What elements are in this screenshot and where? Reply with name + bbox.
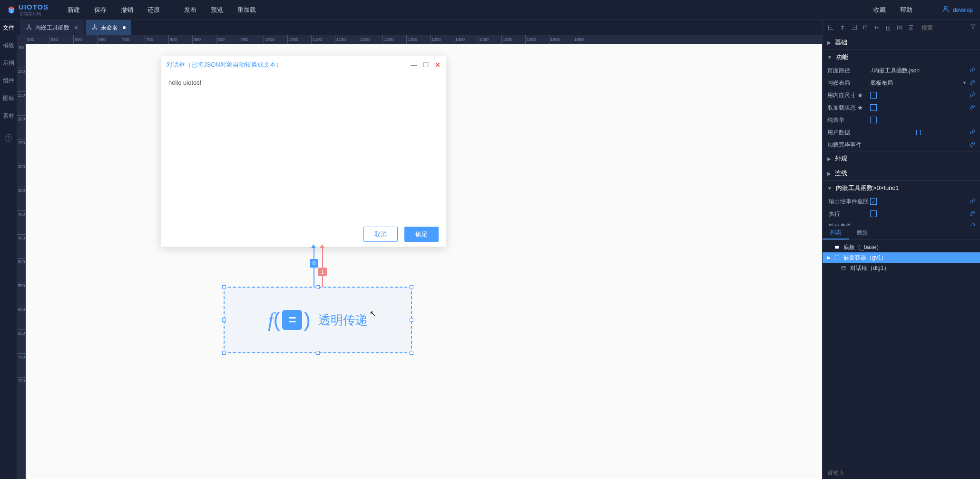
align-top-icon[interactable] [861, 23, 870, 32]
use-embed-size-checkbox[interactable] [870, 92, 877, 99]
chevron-right-icon[interactable]: ▶ [827, 255, 834, 260]
distribute-h-icon[interactable] [895, 23, 904, 32]
user-data-value[interactable]: [] [915, 129, 922, 136]
link-icon[interactable] [970, 210, 975, 218]
connector-badge-1[interactable]: 1 [318, 268, 327, 276]
hierarchy-icon [26, 24, 32, 32]
section-connection[interactable]: ▶ 连线 [823, 166, 980, 180]
ruler-tick: 550 [49, 35, 73, 44]
prop-execute: .执行 [823, 208, 980, 220]
user-badge[interactable]: develop [941, 5, 973, 15]
menu-preview[interactable]: 预览 [211, 6, 223, 14]
sidebar-item-example[interactable]: 示例 [3, 59, 14, 67]
tab-dirty-indicator [123, 26, 126, 29]
link-icon[interactable] [970, 198, 975, 205]
maximize-icon[interactable]: ☐ [423, 61, 429, 69]
resize-handle[interactable] [316, 285, 320, 289]
sidebar-help-icon[interactable]: ? [5, 134, 12, 142]
page-path-input[interactable] [870, 67, 967, 74]
tab-close-icon[interactable]: × [74, 24, 78, 31]
menu-help[interactable]: 帮助 [900, 6, 912, 14]
align-right-icon[interactable] [849, 23, 859, 32]
panel-tab-list[interactable]: 列表 [823, 226, 849, 240]
dialog-widget[interactable]: 对话框（已将JSON对象自动转换成文本） — ☐ ✕ hello uiotos!… [161, 56, 446, 247]
sidebar-item-component[interactable]: 组件 [3, 77, 14, 85]
function-block[interactable]: f(=) 透明传递 [224, 287, 412, 353]
link-icon[interactable] [970, 129, 975, 136]
chevron-right-icon: ▶ [827, 156, 831, 161]
ruler-tick: 1350 [430, 35, 454, 44]
connector-badge-0[interactable]: 0 [310, 259, 318, 268]
sidebar-item-template[interactable]: 模板 [3, 41, 14, 50]
search-input[interactable] [921, 24, 968, 31]
resize-handle[interactable] [410, 318, 413, 322]
menu-save[interactable]: 保存 [94, 6, 107, 14]
load-state-checkbox[interactable] [870, 104, 877, 111]
canvas[interactable]: 对话框（已将JSON对象自动转换成文本） — ☐ ✕ hello uiotos!… [26, 44, 822, 479]
execute-checkbox[interactable] [870, 210, 877, 217]
filter-icon[interactable] [970, 23, 976, 31]
ruler-tick: 850 [192, 35, 216, 44]
out-event-return-checkbox[interactable]: ✓ [870, 198, 877, 205]
brand-tagline: 前端零代码 [20, 11, 49, 17]
svg-point-0 [944, 6, 947, 9]
resize-handle[interactable] [222, 285, 226, 289]
align-left-icon[interactable] [826, 23, 836, 32]
sidebar-item-asset[interactable]: 素材 [3, 112, 14, 120]
tree-row-base[interactable]: 底板（_base） [823, 242, 980, 252]
ruler-tick: 1200 [359, 35, 382, 44]
link-icon[interactable] [970, 104, 975, 111]
section-appearance[interactable]: ▶ 外观 [823, 151, 980, 166]
panel-search[interactable] [921, 24, 968, 31]
link-icon[interactable] [970, 92, 975, 99]
resize-handle[interactable] [222, 318, 226, 322]
menu-redo[interactable]: 还原 [147, 6, 160, 14]
prop-pure-form: 纯表单 [823, 114, 980, 126]
menu-publish[interactable]: 发布 [184, 6, 196, 14]
chevron-down-icon: ▼ [827, 55, 832, 60]
align-center-h-icon[interactable] [838, 23, 847, 32]
ruler-tick: 900 [216, 35, 240, 44]
embed-layout-select[interactable]: 底板布局 [870, 79, 962, 87]
ruler-tick: 650 [17, 329, 26, 353]
menu-new[interactable]: 新建 [68, 6, 80, 14]
confirm-button[interactable]: 确定 [404, 227, 439, 242]
align-center-v-icon[interactable] [872, 23, 882, 32]
resize-handle[interactable] [410, 285, 413, 289]
section-basic[interactable]: ▶ 基础 [823, 35, 980, 50]
connectors: 0 1 [309, 247, 337, 289]
tree-row-dialog[interactable]: 对话框（dlg1） [823, 263, 980, 273]
link-icon[interactable] [970, 141, 975, 149]
sidebar-item-icon[interactable]: 图标 [3, 94, 14, 102]
resize-handle[interactable] [222, 351, 226, 355]
link-icon[interactable] [970, 67, 975, 74]
sidebar-item-file[interactable]: 文件 [3, 24, 14, 32]
canvas-wrap: 5005506006507007508008509009501000105011… [17, 35, 822, 479]
minimize-icon[interactable]: — [411, 61, 417, 69]
menu-undo[interactable]: 撤销 [121, 6, 133, 14]
pure-form-checkbox[interactable] [870, 117, 877, 123]
footer-input[interactable] [827, 469, 975, 476]
tab-unnamed[interactable]: 未命名 [86, 20, 131, 35]
close-icon[interactable]: ✕ [435, 61, 441, 69]
ruler-tick: 500 [26, 35, 49, 44]
cancel-button[interactable]: 取消 [363, 227, 398, 242]
panel-tab-eagle[interactable]: 鹰眼 [849, 226, 876, 240]
ruler-corner [17, 35, 26, 44]
resize-handle[interactable] [316, 351, 320, 355]
link-icon[interactable] [970, 80, 975, 87]
svg-rect-8 [835, 256, 839, 260]
section-function[interactable]: ▼ 功能 [823, 50, 980, 64]
tab-embedded-tool[interactable]: 内嵌工具函数 × [20, 20, 84, 35]
connector-arrow-1 [320, 244, 324, 248]
ruler-tick: 1150 [335, 35, 359, 44]
tree-row-container[interactable]: ▶ 嵌套容器（gv1） [823, 252, 980, 263]
svg-rect-9 [842, 267, 845, 270]
distribute-v-icon[interactable] [906, 23, 916, 32]
logo-icon [7, 6, 16, 14]
section-embed-func[interactable]: ▼ 内嵌工具函数>0>func1 [823, 181, 980, 195]
align-bottom-icon[interactable] [883, 23, 893, 32]
menu-reload[interactable]: 重加载 [237, 6, 256, 14]
menu-favorite[interactable]: 收藏 [873, 6, 886, 14]
resize-handle[interactable] [410, 351, 413, 355]
